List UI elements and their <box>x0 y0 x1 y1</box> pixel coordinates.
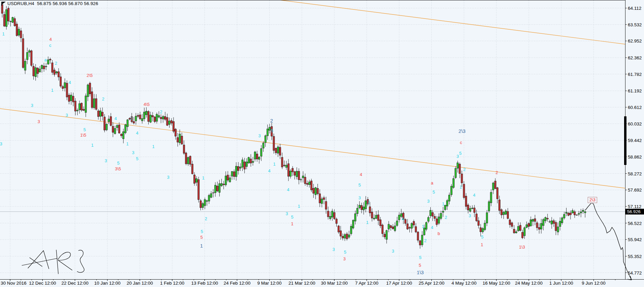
signature-scribble[interactable] <box>77 250 84 272</box>
trendline-lower[interactable] <box>0 109 625 188</box>
signature-scribble[interactable] <box>28 251 49 269</box>
forecast-freehand-line[interactable] <box>586 202 632 280</box>
chart-window-icon <box>1 2 6 6</box>
signature-scribble[interactable] <box>56 250 58 274</box>
boxed-wave-label[interactable]: 2\3 <box>588 197 597 203</box>
price-chart-plot[interactable] <box>0 0 644 287</box>
chart-title-ohlc: USDRUB,H4 56.875 56.936 56.870 56.926 <box>7 1 98 6</box>
current-price-badge: 56.926 <box>625 209 644 214</box>
mt4-chart-window: USDRUB,H4 56.875 56.936 56.870 56.926 64… <box>0 0 644 287</box>
signature-scribble[interactable] <box>58 252 72 270</box>
trendline-upper[interactable] <box>280 0 625 44</box>
signature-scribble[interactable] <box>22 258 57 265</box>
